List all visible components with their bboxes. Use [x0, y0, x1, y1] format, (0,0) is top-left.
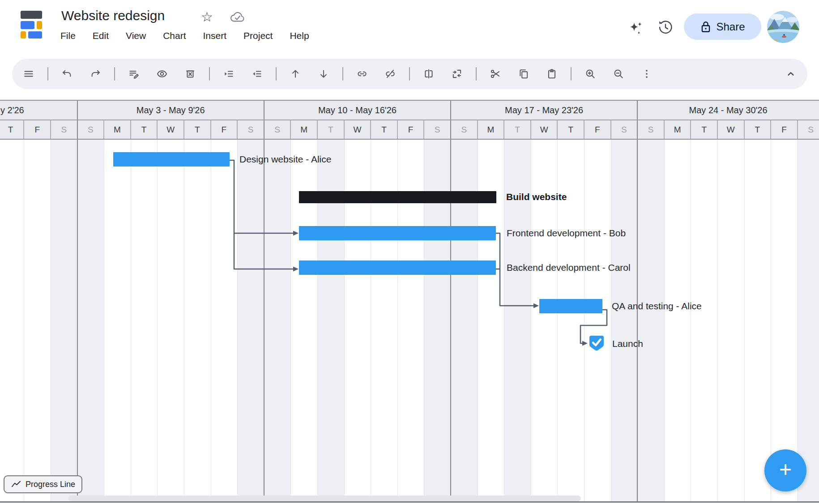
day-gridline: [237, 140, 238, 502]
timeline-day-letter: F: [24, 120, 51, 140]
task-label-qa: QA and testing - Alice: [612, 300, 702, 312]
timeline-day-letter: F: [771, 120, 798, 140]
chart-bottom-border: [0, 501, 819, 503]
timeline-day-letter: M: [104, 120, 131, 140]
day-gridline: [51, 140, 51, 502]
task-label-frontend: Frontend development - Bob: [507, 227, 626, 239]
day-gridline: [691, 140, 691, 502]
task-bar-frontend[interactable]: [299, 226, 496, 240]
nonworking-day-stripe: [51, 140, 77, 502]
timeline-day-letter: M: [290, 120, 317, 140]
day-gridline: [744, 140, 745, 502]
day-gridline: [717, 140, 718, 502]
day-gridline: [184, 140, 184, 502]
timeline-day-letter: S: [451, 120, 478, 140]
summary-bar-build[interactable]: [299, 191, 496, 203]
week-boundary-line: [450, 100, 451, 502]
app-window: Website redesign ☆ File Edit View Chart …: [0, 0, 819, 504]
timeline-week-label: May 3 - May 9'26: [136, 100, 205, 120]
nonworking-day-stripe: [798, 140, 819, 502]
timeline-day-letter: T: [184, 120, 211, 140]
week-boundary-line: [77, 100, 78, 502]
day-gridline: [771, 140, 771, 502]
timeline-day-letter: T: [317, 120, 344, 140]
timeline-day-letter: W: [531, 120, 558, 140]
timeline-day-letter: T: [504, 120, 531, 140]
timeline-day-letter: S: [264, 120, 291, 140]
task-label-launch: Launch: [612, 337, 643, 350]
plus-icon: +: [779, 459, 792, 480]
progress-line-button[interactable]: Progress Line: [4, 475, 82, 493]
nonworking-day-stripe: [264, 140, 291, 502]
timeline-week-label: y 2'26: [0, 100, 24, 120]
gantt-chart: y 2'26TFSMay 3 - May 9'26SMTWTFSMay 10 -…: [0, 0, 819, 504]
timeline-day-letter: F: [397, 120, 424, 140]
timeline-week-label: May 17 - May 23'26: [505, 100, 583, 120]
day-gridline: [157, 140, 158, 502]
task-bar-backend[interactable]: [299, 261, 496, 275]
timeline-day-letter: S: [424, 120, 451, 140]
timeline-day-letter: W: [157, 120, 184, 140]
timeline-day-letter: W: [344, 120, 371, 140]
progress-line-label: Progress Line: [26, 480, 75, 489]
nonworking-day-stripe: [77, 140, 104, 502]
timeline-day-letter: T: [371, 120, 397, 140]
day-gridline: [131, 140, 131, 502]
day-gridline: [290, 140, 291, 502]
timeline-day-letter: T: [557, 120, 584, 140]
timeline-day-letter: S: [611, 120, 638, 140]
timeline-day-letter: S: [51, 120, 77, 140]
day-gridline: [611, 140, 611, 502]
trend-line-icon: [11, 480, 21, 489]
timeline-day-letter: M: [478, 120, 504, 140]
timeline-day-letter: S: [637, 120, 664, 140]
task-bar-qa[interactable]: [539, 299, 602, 313]
day-gridline: [104, 140, 104, 502]
timeline-day-letter: M: [664, 120, 691, 140]
day-gridline: [504, 140, 504, 502]
timeline-day-letter: F: [211, 120, 238, 140]
task-label-design: Design website - Alice: [239, 153, 331, 166]
timeline-day-letter: W: [717, 120, 744, 140]
horizontal-scrollbar-thumb[interactable]: [68, 495, 581, 501]
nonworking-day-stripe: [237, 140, 264, 502]
timeline-day-letter: T: [0, 120, 24, 140]
timeline-day-letter: S: [798, 120, 819, 140]
timeline-day-letter: S: [237, 120, 264, 140]
timeline-day-letter: T: [744, 120, 771, 140]
task-label-build: Build website: [506, 191, 567, 203]
task-label-backend: Backend development - Carol: [507, 261, 631, 274]
day-gridline: [584, 140, 584, 502]
timeline-day-letter: F: [584, 120, 611, 140]
day-gridline: [24, 140, 24, 502]
milestone-launch[interactable]: [589, 335, 605, 354]
timeline-week-label: May 24 - May 30'26: [689, 100, 768, 120]
day-gridline: [211, 140, 211, 502]
timeline-day-letter: T: [691, 120, 717, 140]
nonworking-day-stripe: [637, 140, 664, 502]
add-task-button[interactable]: +: [764, 449, 806, 491]
timeline-day-letter: T: [131, 120, 158, 140]
nonworking-day-stripe: [611, 140, 638, 502]
timeline-day-letter: S: [77, 120, 104, 140]
task-bar-design[interactable]: [113, 152, 230, 167]
timeline-week-label: May 10 - May 16'26: [318, 100, 397, 120]
day-gridline: [798, 140, 798, 502]
day-gridline: [664, 140, 665, 502]
